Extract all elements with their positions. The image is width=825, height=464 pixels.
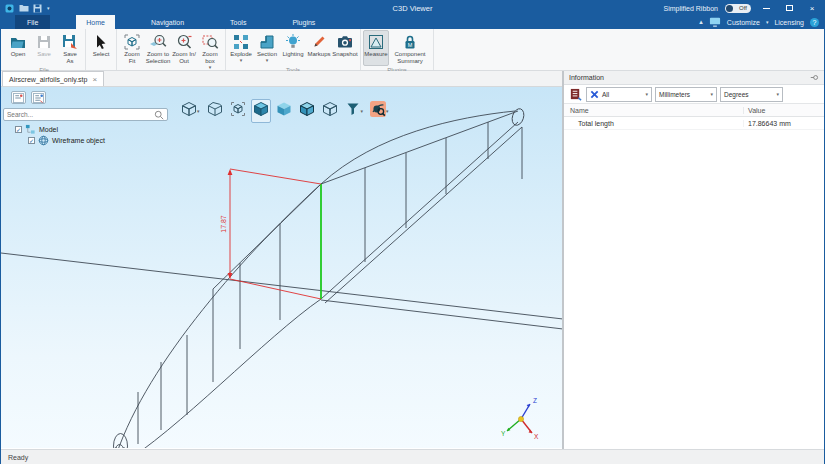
zoom-fit-button[interactable]: Zoom Fit xyxy=(119,30,145,66)
document-tab-label: Airscrew_airfoils_only.stp xyxy=(9,76,87,83)
status-text: Ready xyxy=(8,454,28,461)
viewport-area: Airscrew_airfoils_only.stp × xyxy=(1,71,564,449)
licensing-button[interactable]: Licensing xyxy=(774,19,804,26)
display-shaded-button[interactable] xyxy=(251,99,271,123)
3d-viewport[interactable]: 17.87 ▾ ▾▾ xyxy=(1,87,562,448)
search-icon xyxy=(154,106,164,124)
dropdown-caret-icon[interactable]: ▾ xyxy=(266,58,269,62)
filter-button[interactable]: ▾ xyxy=(343,99,366,123)
measurement-list-icon[interactable] xyxy=(567,87,583,102)
window-title: C3D Viewer xyxy=(393,4,433,13)
maximize-button[interactable] xyxy=(781,2,797,14)
menu-tab-navigation[interactable]: Navigation xyxy=(141,15,194,29)
combo-caret-icon[interactable]: ▾ xyxy=(776,92,779,96)
zoom-to-selection-button[interactable]: Zoom to Selection xyxy=(145,30,171,66)
measure-button[interactable]: Measure xyxy=(363,30,389,66)
perspective-mode-button[interactable] xyxy=(205,99,225,123)
customize-button[interactable]: Customize xyxy=(727,19,760,26)
collapse-tree-button[interactable] xyxy=(11,91,26,104)
cube-fit-icon xyxy=(230,101,246,121)
tree-item-wireframe-object[interactable]: ✓Wireframe object xyxy=(1,135,171,146)
model-icon xyxy=(25,124,36,135)
menu-tab-plugins[interactable]: Plugins xyxy=(282,15,325,29)
explode-button[interactable]: Explode▾ xyxy=(228,30,254,66)
zoom-in-out-button[interactable]: Zoom In/ Out xyxy=(171,30,197,66)
menu-tab-tools[interactable]: Tools xyxy=(220,15,256,29)
clear-x-icon xyxy=(590,90,599,99)
search-input[interactable] xyxy=(7,111,154,118)
document-tab-close-icon[interactable]: × xyxy=(92,75,97,84)
cube-edges-icon xyxy=(299,101,315,121)
button-label: Zoom In/ Out xyxy=(172,51,196,65)
orbit-search-button[interactable]: ▾ xyxy=(368,99,391,123)
triad-x-label: X xyxy=(534,433,539,440)
cube-iso-icon xyxy=(181,101,197,121)
section-icon xyxy=(258,33,276,51)
quick-access-toolbar: ▾ xyxy=(1,4,50,13)
combo-caret-icon[interactable]: ▾ xyxy=(645,92,648,96)
display-solid-button[interactable] xyxy=(274,99,294,123)
fit-view-button[interactable] xyxy=(228,99,248,123)
open-button[interactable]: Open xyxy=(5,30,31,66)
pin-icon[interactable] xyxy=(810,73,819,83)
menu-tab-file[interactable]: File xyxy=(15,15,50,29)
info-combo-all[interactable]: All▾ xyxy=(586,87,652,102)
info-combo-degrees[interactable]: Degrees▾ xyxy=(720,87,783,102)
component-summary-button[interactable]: MComponent Summary xyxy=(389,30,431,66)
combo-value: Millimeters xyxy=(659,91,707,98)
zoom-box-button[interactable]: Zoom box▾ xyxy=(197,30,223,70)
customize-caret-icon[interactable]: ▾ xyxy=(766,20,769,24)
table-row[interactable]: Total length17.86643 mm xyxy=(564,117,824,130)
dropdown-caret-icon[interactable]: ▾ xyxy=(386,109,389,113)
document-tab-bar: Airscrew_airfoils_only.stp × xyxy=(1,71,562,87)
tree-checkbox[interactable]: ✓ xyxy=(28,137,35,144)
button-label: Zoom box xyxy=(202,51,217,65)
button-label: Zoom Fit xyxy=(124,51,139,65)
dropdown-caret-icon[interactable]: ▾ xyxy=(197,109,200,113)
info-combo-millimeters[interactable]: Millimeters▾ xyxy=(655,87,717,102)
lighting-button[interactable]: Lighting xyxy=(280,30,306,66)
collapse-ribbon-icon[interactable]: ▴ xyxy=(699,20,703,24)
leading-edge-curve xyxy=(114,111,515,448)
measurement-dimension xyxy=(230,169,321,299)
menu-tab-home[interactable]: Home xyxy=(76,15,115,29)
minimize-button[interactable] xyxy=(758,2,774,14)
expand-tree-button[interactable] xyxy=(31,91,46,104)
close-button[interactable]: × xyxy=(804,2,820,14)
save-quick-icon[interactable] xyxy=(33,4,43,13)
zoom-inout-icon xyxy=(175,33,193,51)
view-orientation-button[interactable]: ▾ xyxy=(179,99,202,123)
dropdown-caret-icon[interactable]: ▾ xyxy=(209,65,212,69)
display-wireframe-button[interactable] xyxy=(320,99,340,123)
tree-item-model[interactable]: ✓Model xyxy=(1,124,171,135)
cube-solid-icon xyxy=(276,101,292,121)
button-label: Save xyxy=(37,51,51,58)
markups-button[interactable]: Markups xyxy=(306,30,332,66)
document-tab[interactable]: Airscrew_airfoils_only.stp × xyxy=(2,71,104,86)
open-quick-icon[interactable] xyxy=(19,4,29,13)
cube-open-icon xyxy=(207,101,223,121)
simplified-ribbon-toggle[interactable]: Off xyxy=(725,4,751,13)
dropdown-caret-icon[interactable]: ▾ xyxy=(361,109,364,113)
select-button[interactable]: Select xyxy=(88,30,114,66)
display-shaded-edges-button[interactable] xyxy=(297,99,317,123)
button-label: Select xyxy=(93,51,110,58)
monitor-icon[interactable] xyxy=(709,17,721,28)
combo-caret-icon[interactable]: ▾ xyxy=(710,92,713,96)
toggle-state-label: Off xyxy=(739,5,747,11)
dropdown-caret-icon[interactable]: ▾ xyxy=(240,58,243,62)
section-button[interactable]: Section▾ xyxy=(254,30,280,66)
snapshot-button[interactable]: Snapshot xyxy=(332,30,358,66)
tree-search-box[interactable] xyxy=(3,108,168,121)
help-icon[interactable]: ? xyxy=(810,18,819,27)
snapshot-icon xyxy=(336,33,354,51)
axis-line xyxy=(1,253,562,319)
tree-checkbox[interactable]: ✓ xyxy=(15,126,22,133)
save-button[interactable]: Save xyxy=(31,30,57,66)
c3d-viewer-window: ▾ C3D Viewer Simplified Ribbon Off × Fil… xyxy=(0,0,825,464)
ribbon-toolbar: OpenSaveSave AsFileSelectZoom FitZoom to… xyxy=(1,29,824,71)
save-as-button[interactable]: Save As xyxy=(57,30,83,66)
quick-access-caret-icon[interactable]: ▾ xyxy=(47,6,50,10)
ribbon-group-file: OpenSaveSave AsFile xyxy=(3,29,86,70)
cube-hidden-icon xyxy=(322,101,338,121)
